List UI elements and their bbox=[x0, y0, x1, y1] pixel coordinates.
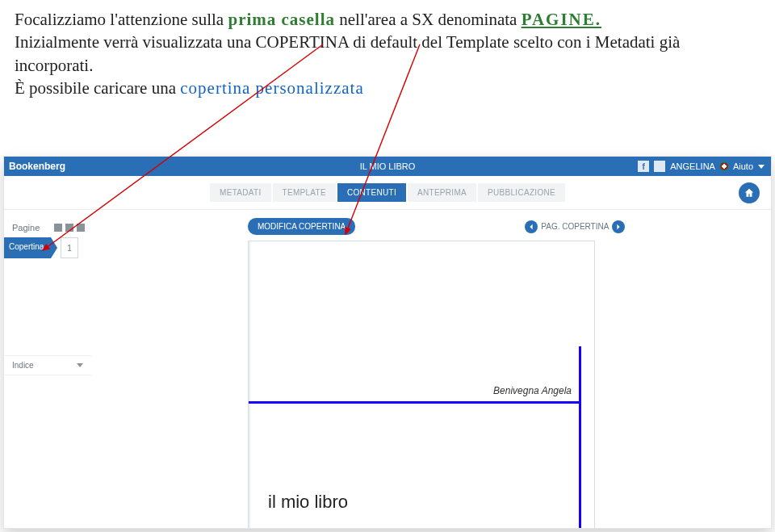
step-template[interactable]: TEMPLATE bbox=[273, 183, 336, 202]
duplicate-page-icon[interactable] bbox=[65, 224, 73, 232]
step-anteprima[interactable]: ANTEPRIMA bbox=[408, 183, 476, 202]
sidebar-pagine: Pagine Copertina 1 Indice bbox=[4, 220, 91, 528]
instruction-block: Focalizziamo l'attenzione sulla prima ca… bbox=[0, 0, 775, 106]
add-page-icon[interactable] bbox=[54, 224, 62, 232]
social-icon[interactable] bbox=[654, 161, 665, 172]
cover-title: il mio libro bbox=[268, 492, 348, 513]
copertina-tab[interactable]: Copertina bbox=[4, 237, 51, 258]
indice-label: Indice bbox=[12, 361, 34, 370]
workspace: Pagine Copertina 1 Indice MODIFICA COPER… bbox=[4, 210, 771, 528]
instr-text: Inizialmente verrà visualizzata una COPE… bbox=[15, 32, 680, 74]
brand-label: Bookenberg bbox=[4, 161, 65, 172]
step-contenuti[interactable]: CONTENUTI bbox=[337, 183, 406, 202]
delete-page-icon[interactable] bbox=[77, 224, 85, 232]
sidebar-section-pagine: Pagine bbox=[4, 220, 91, 237]
chevron-right-icon bbox=[615, 224, 622, 230]
top-bar: Bookenberg IL MIO LIBRO f ANGELINA Aiuto bbox=[4, 157, 771, 176]
instr-highlight-prima-casella: prima casella bbox=[228, 10, 335, 29]
page-pager: PAG. COPERTINA bbox=[525, 220, 625, 233]
pagine-label: Pagine bbox=[12, 223, 40, 232]
cover-page-canvas[interactable]: Benivegna Angela il mio libro bbox=[248, 241, 595, 529]
modifica-copertina-button[interactable]: MODIFICA COPERTINA bbox=[248, 218, 355, 235]
instr-highlight-pagine: PAGINE. bbox=[522, 10, 601, 29]
home-icon bbox=[744, 187, 755, 199]
instr-text: nell'area a SX denominata bbox=[335, 10, 522, 29]
pager-next-button[interactable] bbox=[612, 220, 625, 233]
help-link[interactable]: Aiuto bbox=[733, 161, 753, 171]
pager-prev-button[interactable] bbox=[525, 220, 538, 233]
app-screenshot: Bookenberg IL MIO LIBRO f ANGELINA Aiuto… bbox=[3, 156, 772, 529]
window-title: IL MIO LIBRO bbox=[360, 161, 416, 171]
facebook-icon[interactable]: f bbox=[638, 161, 649, 172]
chevron-down-icon bbox=[77, 363, 83, 367]
chevron-left-icon bbox=[528, 224, 534, 230]
page-row-copertina[interactable]: Copertina 1 bbox=[4, 237, 91, 258]
cover-horizontal-rule bbox=[249, 401, 581, 404]
cover-vertical-rule bbox=[579, 346, 581, 529]
instr-text: È possibile caricare una bbox=[15, 78, 180, 98]
user-name[interactable]: ANGELINA bbox=[670, 161, 715, 171]
sidebar-indice[interactable]: Indice bbox=[4, 355, 91, 375]
step-metadati[interactable]: METADATI bbox=[210, 183, 270, 202]
step-pubblicazione[interactable]: PUBBLICAZIONE bbox=[478, 183, 565, 202]
pager-label: PAG. COPERTINA bbox=[541, 222, 609, 231]
canvas-area: MODIFICA COPERTINA PAG. COPERTINA Benive… bbox=[94, 210, 761, 528]
instr-text: Focalizziamo l'attenzione sulla bbox=[15, 10, 228, 29]
dropdown-caret-icon[interactable] bbox=[758, 165, 765, 169]
cover-author: Benivegna Angela bbox=[493, 385, 572, 396]
language-icon[interactable] bbox=[720, 162, 728, 170]
step-nav: METADATI TEMPLATE CONTENUTI ANTEPRIMA PU… bbox=[4, 176, 771, 210]
topbar-right: f ANGELINA Aiuto bbox=[638, 161, 771, 172]
page-thumbnail-1[interactable]: 1 bbox=[61, 237, 78, 258]
instr-highlight-copertina-personalizzata: copertina personalizzata bbox=[180, 78, 363, 98]
canvas-toolbar: MODIFICA COPERTINA PAG. COPERTINA bbox=[94, 210, 761, 241]
home-button[interactable] bbox=[739, 182, 760, 203]
